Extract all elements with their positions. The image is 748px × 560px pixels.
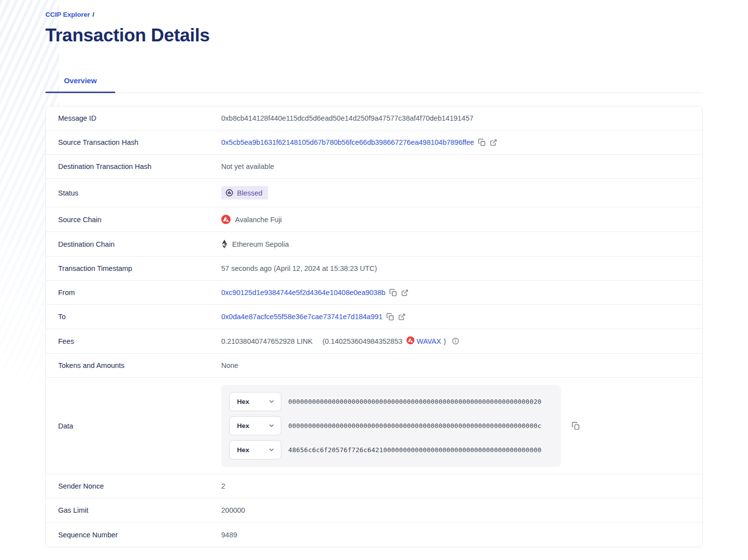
- table-row-sequence-number: Sequence Number 9489: [46, 523, 702, 547]
- row-label: Sequence Number: [46, 524, 221, 546]
- tokens-and-amounts-value: None: [221, 362, 238, 369]
- status-badge-label: Blessed: [237, 189, 263, 197]
- source-chain-name: Avalanche Fuji: [235, 216, 282, 224]
- table-row-source-chain: Source Chain Avalanche Fuji: [46, 207, 702, 232]
- external-link-icon[interactable]: [398, 313, 406, 321]
- fees-converted-close: ): [443, 337, 446, 345]
- dest-tx-hash-value: Not yet available: [221, 163, 274, 170]
- chevron-down-icon: [269, 422, 274, 430]
- hex-data-text: 48656c6c6f20576f726c64210000000000000000…: [288, 446, 542, 454]
- row-label: Transaction Timestamp: [46, 257, 221, 280]
- table-row-tokens-and-amounts: Tokens and Amounts None: [46, 354, 702, 378]
- table-row-data: Data Hex 0000000000000000000000000000000…: [46, 378, 702, 474]
- data-format-selected-value: Hex: [237, 398, 249, 405]
- row-label: Destination Chain: [46, 233, 221, 256]
- dest-chain-name: Ethereum Sepolia: [232, 240, 289, 248]
- external-link-icon[interactable]: [490, 139, 497, 146]
- timestamp-value: 57 seconds ago (April 12, 2024 at 15:38:…: [221, 264, 377, 272]
- row-label: Fees: [46, 330, 221, 353]
- row-label: To: [46, 305, 221, 328]
- wavax-token-icon: [407, 336, 414, 346]
- copy-icon[interactable]: [386, 313, 394, 321]
- info-icon[interactable]: [452, 337, 459, 345]
- table-row-sender-nonce: Sender Nonce 2: [46, 474, 702, 498]
- status-badge: Blessed: [221, 186, 268, 199]
- ethereum-logo-icon: [221, 239, 228, 249]
- sender-nonce-value: 2: [221, 482, 225, 490]
- avalanche-logo-icon: [221, 215, 231, 224]
- chevron-down-icon: [269, 446, 274, 455]
- tab-bar: Overview: [45, 71, 703, 93]
- to-address-link[interactable]: 0x0da4e87acfce55f58e36e7cae73741e7d184a9…: [221, 313, 382, 321]
- hex-data-line: Hex 48656c6c6f20576f726c6421000000000000…: [229, 440, 553, 460]
- data-format-selected-value: Hex: [237, 422, 249, 429]
- data-format-select[interactable]: Hex: [229, 392, 281, 411]
- hex-data-text: 0000000000000000000000000000000000000000…: [288, 398, 542, 405]
- breadcrumb-link-ccip-explorer[interactable]: CCIP Explorer: [45, 11, 90, 18]
- row-label: Data: [46, 415, 221, 437]
- row-label: Sender Nonce: [46, 475, 221, 497]
- from-address-link[interactable]: 0xc90125d1e9384744e5f2d4364e10408e0ea903…: [221, 289, 385, 296]
- table-row-source-tx-hash: Source Transaction Hash 0x5cb5ea9b1631f6…: [46, 131, 702, 155]
- table-row-status: Status Blessed: [46, 179, 702, 207]
- row-label: Source Chain: [46, 208, 221, 231]
- breadcrumb-separator: /: [93, 11, 95, 18]
- transaction-details-page: CCIP Explorer/ Transaction Details Overv…: [0, 0, 748, 547]
- external-link-icon[interactable]: [401, 289, 408, 296]
- hex-data-block: Hex 000000000000000000000000000000000000…: [221, 385, 561, 467]
- table-row-timestamp: Transaction Timestamp 57 seconds ago (Ap…: [46, 257, 702, 281]
- row-label: Gas Limit: [46, 499, 221, 522]
- hex-data-line: Hex 000000000000000000000000000000000000…: [229, 416, 553, 435]
- transaction-details-table: Message ID 0xb8cb414128f440e115dcd5d6ead…: [45, 106, 703, 547]
- table-row-dest-tx-hash: Destination Transaction Hash Not yet ava…: [46, 155, 702, 179]
- table-row-dest-chain: Destination Chain Ethereum Sepolia: [46, 232, 702, 257]
- copy-icon[interactable]: [478, 138, 486, 146]
- breadcrumb: CCIP Explorer/: [45, 11, 703, 18]
- table-row-gas-limit: Gas Limit 200000: [46, 498, 702, 523]
- hex-data-text: 0000000000000000000000000000000000000000…: [288, 422, 542, 429]
- chevron-down-icon: [269, 397, 274, 406]
- table-row-to: To 0x0da4e87acfce55f58e36e7cae73741e7d18…: [46, 305, 702, 329]
- page-title: Transaction Details: [45, 25, 703, 46]
- gas-limit-value: 200000: [221, 506, 245, 514]
- row-label: Status: [46, 182, 221, 204]
- fees-converted-open: (0.140253604984352853: [322, 337, 402, 345]
- fees-amount: 0.21038040747652928 LINK: [221, 337, 312, 345]
- source-tx-hash-link[interactable]: 0x5cb5ea9b1631f62148105d67b780b56fce66db…: [221, 138, 474, 146]
- copy-icon[interactable]: [389, 289, 397, 296]
- blessed-signal-icon: [225, 189, 234, 197]
- table-row-from: From 0xc90125d1e9384744e5f2d4364e10408e0…: [46, 281, 702, 305]
- wavax-token-link[interactable]: WAVAX: [417, 337, 442, 345]
- table-row-fees: Fees 0.21038040747652928 LINK (0.1402536…: [46, 329, 702, 354]
- row-label: Message ID: [46, 107, 221, 130]
- row-label: Tokens and Amounts: [46, 354, 221, 377]
- sequence-number-value: 9489: [221, 531, 237, 539]
- row-label: From: [46, 281, 221, 304]
- hex-data-line: Hex 000000000000000000000000000000000000…: [229, 392, 553, 411]
- data-format-select[interactable]: Hex: [229, 416, 281, 435]
- copy-data-icon[interactable]: [572, 422, 580, 430]
- data-format-select[interactable]: Hex: [229, 440, 281, 460]
- row-label: Source Transaction Hash: [46, 131, 221, 154]
- message-id-value: 0xb8cb414128f440e115dcd5d6ead50e14d250f9…: [221, 114, 474, 122]
- data-format-selected-value: Hex: [237, 446, 249, 454]
- row-label: Destination Transaction Hash: [46, 155, 221, 178]
- tab-overview[interactable]: Overview: [58, 71, 103, 93]
- table-row-message-id: Message ID 0xb8cb414128f440e115dcd5d6ead…: [46, 106, 702, 131]
